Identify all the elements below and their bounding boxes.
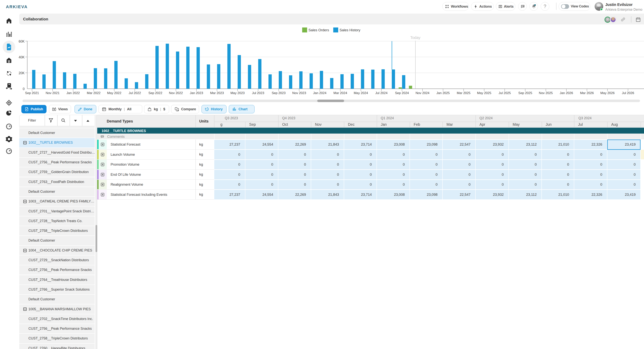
svg-text:40K: 40K [19,55,24,59]
svg-text:Sep 2021: Sep 2021 [25,91,39,95]
svg-text:Nov 2025: Nov 2025 [539,91,553,95]
svg-text:Nov 2023: Nov 2023 [292,91,306,95]
svg-text:May 2025: May 2025 [477,91,491,95]
svg-text:Sep 2025: Sep 2025 [518,91,532,95]
svg-text:Jul 2025: Jul 2025 [498,91,511,95]
svg-text:Sep 2023: Sep 2023 [272,91,286,95]
svg-text:Mar 2022: Mar 2022 [87,91,100,95]
svg-text:Jan 2026: Jan 2026 [560,91,573,95]
svg-text:20K: 20K [19,71,24,75]
svg-text:Nov 2021: Nov 2021 [46,91,60,95]
svg-text:Jul 2024: Jul 2024 [375,91,388,95]
svg-text:60K: 60K [19,40,24,43]
svg-text:Nov 2024: Nov 2024 [416,91,430,95]
svg-text:Jan 2025: Jan 2025 [436,91,450,95]
svg-text:May 2024: May 2024 [354,91,368,95]
svg-text:Sep 2024: Sep 2024 [395,91,409,95]
svg-text:Jan 2023: Jan 2023 [190,91,203,95]
svg-text:Jul 2026: Jul 2026 [622,91,634,95]
svg-text:Jan 2024: Jan 2024 [313,91,326,95]
svg-text:Sep 2022: Sep 2022 [148,91,162,95]
svg-text:Mar 2026: Mar 2026 [580,91,594,95]
svg-text:Jan 2022: Jan 2022 [66,91,80,95]
svg-text:May 2022: May 2022 [107,91,122,95]
svg-text:Nov 2022: Nov 2022 [169,91,183,95]
svg-text:Jul 2023: Jul 2023 [252,91,264,95]
svg-text:Mar 2023: Mar 2023 [210,91,224,95]
svg-text:Mar 2024: Mar 2024 [334,91,347,95]
svg-text:Mar 2025: Mar 2025 [457,91,470,95]
svg-text:May 2026: May 2026 [600,91,615,95]
svg-text:Jul 2022: Jul 2022 [129,91,141,95]
svg-text:0: 0 [23,87,24,91]
svg-text:May 2023: May 2023 [230,91,245,95]
